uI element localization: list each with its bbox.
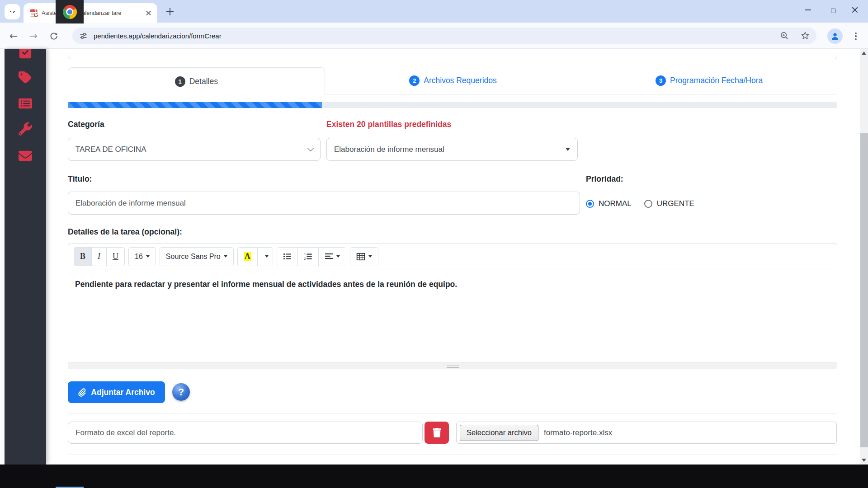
underline-button[interactable]: U — [107, 248, 124, 266]
tab-archivos-requeridos[interactable]: 2 Archivos Requeridos — [325, 67, 581, 94]
font-size-dropdown[interactable]: 16 — [129, 248, 156, 266]
templates-notice: Existen 20 plantillas predefinidas — [326, 120, 451, 129]
list-icon — [19, 97, 32, 110]
template-select[interactable]: Elaboración de informe mensual — [326, 138, 578, 161]
resize-grip[interactable] — [447, 364, 459, 368]
sidebar-item-mail[interactable] — [19, 149, 32, 163]
sidebar-item-tasks[interactable] — [19, 49, 32, 59]
table-dropdown[interactable] — [350, 248, 378, 266]
sidebar-item-tags[interactable] — [19, 70, 32, 84]
caret-down-icon — [224, 255, 227, 258]
tab-label: Archivos Requeridos — [424, 76, 496, 85]
back-button[interactable]: ← — [6, 29, 21, 43]
paperclip-icon — [78, 388, 86, 397]
profile-avatar[interactable] — [827, 28, 843, 44]
forward-button[interactable]: → — [26, 29, 41, 43]
trash-icon — [433, 428, 441, 437]
step-badge: 3 — [656, 75, 666, 86]
start-button[interactable] — [5, 0, 23, 23]
task-view-icon — [33, 7, 43, 17]
category-label: Categoría — [68, 120, 104, 129]
italic-button[interactable]: I — [92, 248, 107, 266]
help-button[interactable]: ? — [172, 383, 190, 401]
list-ul-icon — [283, 252, 292, 261]
step-badge: 1 — [175, 76, 185, 87]
wizard-progress-bar — [68, 102, 837, 108]
paragraph-align-dropdown[interactable] — [319, 248, 346, 266]
table-icon — [356, 252, 365, 261]
caret-down-icon — [336, 255, 340, 258]
windows-taskbar — [0, 465, 868, 488]
svg-text:2: 2 — [304, 257, 306, 260]
sidebar-item-tools[interactable] — [19, 122, 32, 136]
title-input[interactable]: Elaboración de informe mensual — [68, 192, 580, 215]
selected-file-name: formato-reporte.xlsx — [544, 428, 612, 437]
font-family-dropdown[interactable]: Source Sans Pro — [160, 248, 233, 266]
details-label: Detalles de la tarea (opcional): — [68, 227, 182, 237]
svg-text:1: 1 — [304, 253, 306, 256]
radio-urgente[interactable] — [644, 200, 652, 208]
align-icon — [325, 252, 333, 261]
browser-menu-button[interactable] — [852, 29, 860, 43]
tab-label: Programación Fecha/Hora — [670, 76, 763, 85]
close-icon — [851, 6, 859, 14]
tab-close-icon[interactable] — [145, 9, 153, 17]
attach-file-button[interactable]: Adjuntar Archivo — [68, 381, 165, 403]
sidebar-item-lists[interactable] — [19, 97, 32, 110]
list-ol-icon: 1 2 — [304, 252, 312, 261]
select-file-button[interactable]: Seleccionar archivo — [460, 425, 538, 441]
question-mark-icon: ? — [178, 386, 184, 398]
check-square-icon — [19, 49, 32, 59]
rich-text-editor: B I U 16 Source Sans Pro A — [68, 244, 837, 369]
caret-down-icon — [265, 255, 269, 258]
font-color-button[interactable]: A — [238, 248, 258, 266]
windows-logo-icon — [9, 8, 18, 16]
radio-urgente-label[interactable]: URGENTE — [657, 199, 694, 208]
chrome-taskbar-button[interactable] — [56, 0, 84, 23]
bold-button[interactable]: B — [74, 248, 92, 266]
file-description-input[interactable]: Formato de excel del reporte. — [68, 422, 423, 444]
file-description-value: Formato de excel del reporte. — [75, 428, 176, 437]
editor-content-area[interactable]: Pendiente para redactar y presentar el i… — [68, 270, 837, 362]
url-text[interactable]: pendientes.app/calendarizacion/formCrear — [94, 32, 779, 40]
tab-detalles[interactable]: 1 Detalles — [68, 67, 325, 95]
caret-down-icon — [566, 148, 570, 151]
task-view-button[interactable] — [28, 0, 49, 23]
delete-file-button[interactable] — [425, 422, 449, 444]
new-tab-button[interactable] — [164, 5, 176, 18]
page-scrollbar[interactable] — [860, 49, 868, 465]
close-button[interactable] — [842, 0, 868, 20]
scroll-up-icon[interactable] — [862, 52, 866, 55]
tags-icon — [19, 70, 32, 84]
radio-normal[interactable] — [586, 200, 594, 208]
restore-icon — [831, 7, 837, 13]
reload-button[interactable] — [47, 29, 61, 43]
file-input[interactable]: Seleccionar archivo formato-reporte.xlsx — [456, 422, 837, 444]
address-bar[interactable]: pendientes.app/calendarizacion/formCrear — [72, 28, 816, 44]
ordered-list-button[interactable]: 1 2 — [298, 248, 319, 266]
priority-options: NORMAL URGENTE — [586, 198, 694, 210]
category-select[interactable]: TAREA DE OFICINA — [68, 138, 321, 161]
scrollbar-thumb[interactable] — [860, 133, 868, 447]
envelope-icon — [19, 149, 32, 163]
chevron-down-icon — [307, 145, 314, 151]
editor-toolbar: B I U 16 Source Sans Pro A — [68, 244, 837, 269]
tab-programacion-fecha-hora[interactable]: 3 Programación Fecha/Hora — [581, 67, 837, 94]
reload-icon — [49, 32, 58, 41]
wrench-icon — [19, 122, 32, 136]
scroll-down-icon[interactable] — [862, 459, 866, 462]
zoom-icon[interactable] — [779, 31, 789, 41]
radio-normal-label[interactable]: NORMAL — [599, 199, 632, 208]
editor-statusbar — [68, 362, 837, 369]
priority-label: Prioridad: — [586, 174, 623, 184]
minimize-button[interactable] — [795, 0, 821, 20]
font-color-dropdown[interactable] — [258, 248, 273, 266]
minimize-icon — [805, 9, 811, 10]
previous-card-edge — [68, 49, 837, 59]
bookmark-star-icon[interactable] — [800, 31, 810, 41]
template-value: Elaboración de informe mensual — [334, 145, 444, 154]
unordered-list-button[interactable] — [277, 248, 298, 266]
category-value: TAREA DE OFICINA — [75, 145, 146, 154]
site-settings-icon — [79, 31, 88, 41]
wizard-tabs: 1 Detalles 2 Archivos Requeridos 3 Progr… — [68, 67, 837, 94]
